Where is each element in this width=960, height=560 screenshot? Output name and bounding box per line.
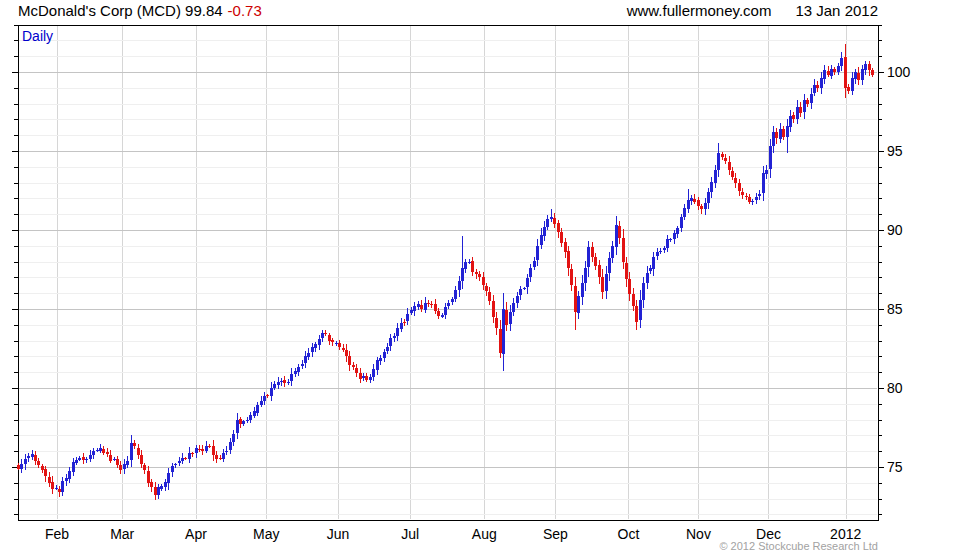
candle [362,373,365,381]
candle [287,379,290,385]
candle [17,463,20,471]
candle-body [803,100,806,112]
candle [823,65,826,83]
x-axis-label: Apr [185,526,207,542]
candle [649,265,652,273]
candle-body [20,464,23,469]
candle-body [48,477,51,483]
candle-body [386,347,389,351]
candle-body [669,239,672,240]
candle-body [256,405,259,412]
candle [622,229,625,270]
candle [652,252,655,275]
candle-body [656,252,659,256]
candle-body [232,434,235,441]
candle [427,300,430,307]
x-axis-label: Feb [45,526,69,542]
candle [584,261,587,291]
candle [827,66,830,77]
x-axis-label: Aug [472,526,497,542]
candle-body [372,369,375,377]
candle-body [540,235,543,246]
candle [594,253,597,271]
candle [219,455,222,460]
candle-body [628,279,631,294]
candle-body [345,350,348,357]
price-gridlines [19,26,877,515]
candle-body [236,420,239,434]
candle-body [765,170,768,174]
candle-body [239,419,242,423]
candle-body [478,274,481,277]
candle [400,318,403,332]
candle [581,275,584,305]
candle [352,362,355,369]
candle [669,238,672,243]
candle [140,450,143,468]
candle [48,472,51,487]
candlestick-chart[interactable]: 7580859095100FebMarAprMayJunJulAugSepOct… [0,0,960,560]
y-axis-labels: 7580859095100 [887,64,911,475]
candle-body [311,347,314,352]
candle [775,128,778,143]
candle [365,373,368,382]
candle-body [816,85,819,88]
candle-body [321,333,324,338]
candle-body [61,481,64,491]
candle [567,246,570,277]
candle [608,252,611,282]
candle-body [116,459,119,465]
candle-body [451,299,454,302]
candle-body [495,318,498,328]
candle [724,154,727,164]
candle [130,435,133,467]
candle-body [133,443,136,446]
candle [717,143,720,177]
candle-body [297,367,300,371]
candle-body [123,464,126,469]
candle-body [523,288,526,289]
candle-body [560,232,563,243]
candle [543,221,546,241]
candle [277,377,280,389]
candle-body [406,314,409,321]
candle [495,312,498,335]
candle [857,67,860,85]
y-axis-label: 80 [887,380,903,396]
candle [133,440,136,449]
candle [201,445,204,455]
candle-body [567,251,570,268]
candle-body [666,239,669,248]
candle-body [44,469,47,476]
candle [68,467,71,483]
candle-body [584,268,587,283]
candle [803,94,806,119]
candle-body [673,233,676,239]
candle [861,65,864,85]
candle-body [273,384,276,388]
candle-body [68,471,71,479]
candle [301,360,304,369]
x-axis-label: May [253,526,279,542]
candle [816,81,819,92]
candle-body [246,420,249,421]
candle-body [444,307,447,314]
candle-body [587,247,590,267]
candle-body [471,261,474,272]
candle [837,63,840,75]
candle-body [659,251,662,252]
candle-body [741,192,744,195]
candle [550,209,553,222]
candle [751,199,754,205]
candle-body [574,286,577,312]
candle [492,295,495,323]
candle [355,364,358,377]
candle-body [137,448,140,455]
candle-body [215,455,218,459]
candle-body [263,396,266,401]
candle-body [724,158,727,161]
candle [260,396,263,408]
candle-body [359,373,362,379]
candle-body [769,146,772,169]
candle-body [225,451,228,452]
